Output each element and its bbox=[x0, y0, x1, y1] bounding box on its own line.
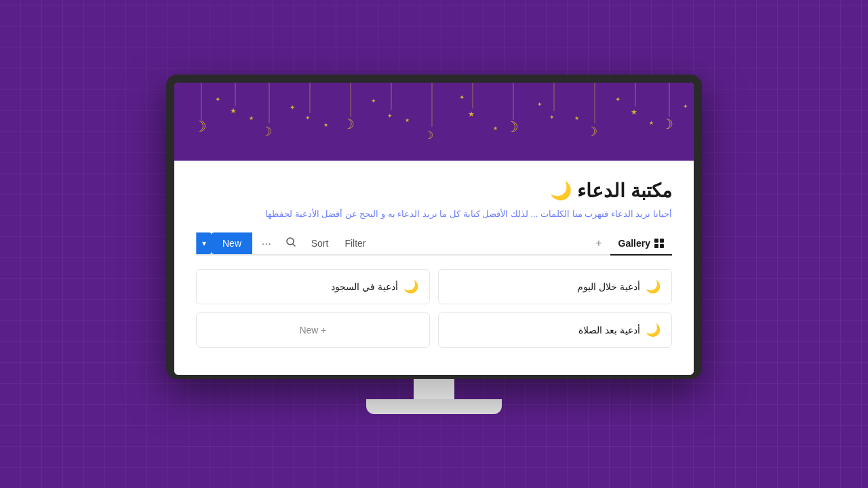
card-1[interactable]: 🌙 أدعية خلال اليوم bbox=[438, 269, 672, 304]
toolbar: Gallery + Filter Sort ··· bbox=[196, 232, 672, 256]
svg-text:☽: ☽ bbox=[342, 117, 355, 131]
filter-button[interactable]: Filter bbox=[339, 235, 371, 251]
svg-text:✦: ✦ bbox=[537, 101, 542, 108]
title-emoji: 🌙 bbox=[550, 180, 572, 201]
svg-text:☽: ☽ bbox=[505, 119, 519, 136]
svg-text:✦: ✦ bbox=[290, 104, 295, 111]
card-1-title: أدعية خلال اليوم bbox=[577, 281, 640, 292]
svg-text:☽: ☽ bbox=[193, 118, 207, 135]
page-title: مكتبة الدعاء bbox=[577, 180, 672, 202]
svg-text:★: ★ bbox=[493, 125, 498, 131]
monitor-base bbox=[366, 399, 502, 414]
svg-text:★: ★ bbox=[323, 122, 328, 128]
monitor-wrapper: ☽ ☽ ☽ ☽ ☽ ☽ ☽ ✦ ★ ✦ ★ bbox=[166, 75, 702, 414]
card-3-emoji: 🌙 bbox=[646, 323, 660, 338]
card-2-title: أدعية في السجود bbox=[331, 281, 398, 292]
tab-gallery[interactable]: Gallery bbox=[610, 232, 672, 256]
new-button-dropdown[interactable]: ▾ bbox=[196, 232, 212, 254]
tabs-left: Gallery + bbox=[590, 232, 672, 254]
svg-text:★: ★ bbox=[249, 115, 254, 121]
cards-grid: 🌙 أدعية خلال اليوم 🌙 أدعية في السجود 🌙 أ… bbox=[196, 269, 672, 348]
svg-rect-0 bbox=[174, 83, 694, 161]
content-area: 🌙 مكتبة الدعاء أحيانا نريد الدعاء فتهرب … bbox=[174, 161, 694, 375]
monitor: ☽ ☽ ☽ ☽ ☽ ☽ ☽ ✦ ★ ✦ ★ bbox=[166, 75, 702, 379]
monitor-neck bbox=[414, 379, 454, 399]
page-title-row: 🌙 مكتبة الدعاء bbox=[196, 180, 672, 202]
svg-text:✦: ✦ bbox=[371, 98, 376, 104]
svg-line-41 bbox=[293, 244, 295, 246]
svg-text:☽: ☽ bbox=[424, 129, 433, 141]
new-card-button[interactable]: + New bbox=[196, 312, 430, 348]
gallery-tab-label: Gallery bbox=[618, 238, 650, 249]
svg-text:★: ★ bbox=[649, 120, 654, 126]
svg-text:★: ★ bbox=[405, 117, 410, 123]
new-button[interactable]: New bbox=[212, 232, 252, 254]
card-1-emoji: 🌙 bbox=[646, 279, 660, 294]
banner: ☽ ☽ ☽ ☽ ☽ ☽ ☽ ✦ ★ ✦ ★ bbox=[174, 83, 694, 161]
svg-text:✦: ✦ bbox=[215, 96, 220, 103]
svg-text:✦: ✦ bbox=[615, 96, 620, 103]
svg-text:✦: ✦ bbox=[305, 115, 311, 121]
svg-text:✦: ✦ bbox=[387, 113, 393, 119]
svg-text:☽: ☽ bbox=[661, 117, 673, 131]
svg-text:☽: ☽ bbox=[587, 125, 597, 138]
svg-text:★: ★ bbox=[631, 108, 637, 116]
card-3-title: أدعية بعد الصلاة bbox=[578, 325, 640, 336]
card-2[interactable]: 🌙 أدعية في السجود bbox=[196, 269, 430, 304]
page-subtitle: أحيانا نريد الدعاء فتهرب منا الكلمات ...… bbox=[196, 209, 672, 219]
toolbar-right: Filter Sort ··· New ▾ bbox=[196, 232, 372, 254]
search-button[interactable] bbox=[281, 234, 300, 253]
svg-text:✦: ✦ bbox=[459, 94, 465, 101]
add-tab-button[interactable]: + bbox=[590, 233, 607, 253]
card-2-emoji: 🌙 bbox=[403, 279, 418, 294]
svg-text:✦: ✦ bbox=[683, 103, 688, 110]
svg-text:★: ★ bbox=[230, 106, 237, 115]
svg-text:★: ★ bbox=[468, 110, 475, 118]
gallery-icon bbox=[654, 239, 664, 248]
new-button-group: New ▾ bbox=[196, 232, 252, 254]
more-options-button[interactable]: ··· bbox=[258, 235, 276, 251]
card-3[interactable]: 🌙 أدعية بعد الصلاة bbox=[438, 312, 672, 348]
sort-button[interactable]: Sort bbox=[306, 235, 334, 251]
svg-text:★: ★ bbox=[574, 115, 579, 121]
svg-text:✦: ✦ bbox=[549, 114, 555, 121]
monitor-screen: ☽ ☽ ☽ ☽ ☽ ☽ ☽ ✦ ★ ✦ ★ bbox=[174, 83, 694, 375]
svg-text:☽: ☽ bbox=[261, 125, 272, 138]
